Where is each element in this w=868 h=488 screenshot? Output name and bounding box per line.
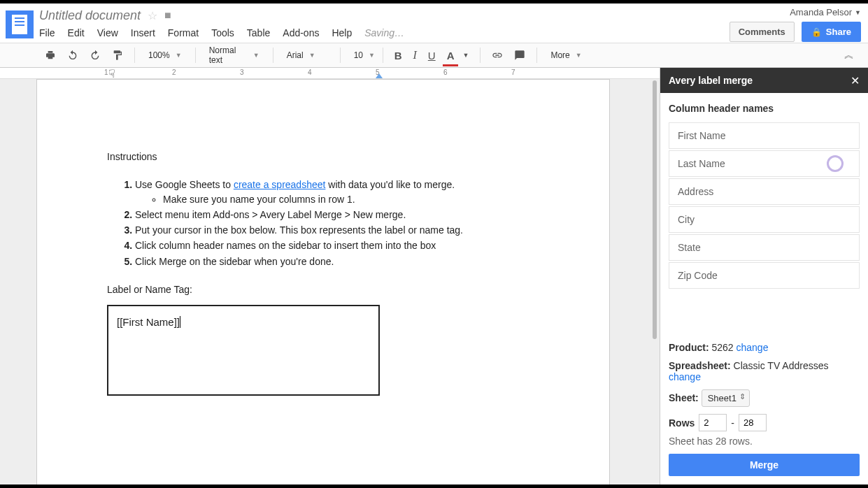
sheet-select[interactable]: Sheet1 [702, 389, 750, 407]
text-color-caret[interactable]: ▼ [458, 49, 473, 62]
product-label: Product: [669, 342, 709, 353]
ruler-tick: 5 [376, 69, 443, 76]
document-page[interactable]: Instructions Use Google Sheets to create… [36, 79, 610, 485]
chevron-down-icon: ▼ [855, 9, 861, 16]
sidebar-title: Avery label merge [669, 75, 753, 86]
ruler-tick: 6 [443, 69, 511, 76]
redo-icon[interactable] [85, 47, 105, 64]
sidebar-footer: Product: 5262 change Spreadsheet: Classi… [660, 335, 868, 485]
instructions-heading: Instructions [107, 150, 539, 164]
ruler-tick: 7 [511, 69, 579, 76]
ruler-tick: 2 [172, 69, 240, 76]
underline-button[interactable]: U [424, 47, 440, 64]
menu-table[interactable]: Table [247, 27, 270, 38]
addon-sidebar: Avery label merge ✕ Column header names … [660, 68, 868, 485]
user-menu[interactable]: Amanda Pelsor ▼ [790, 7, 861, 17]
instruction-step: Select menu item Add-ons > Avery Label M… [135, 208, 539, 222]
sheet-label: Sheet: [669, 392, 699, 403]
column-item-lastname[interactable]: Last Name [669, 150, 860, 177]
menu-tools[interactable]: Tools [211, 27, 234, 38]
ruler-tick: 1 [104, 69, 172, 76]
merge-button[interactable]: Merge [669, 454, 860, 476]
lock-icon: 🔒 [811, 27, 822, 37]
label-content: [[First Name]] [117, 316, 180, 328]
instruction-step: Click column header names on the sidebar… [135, 238, 539, 252]
menu-view[interactable]: View [97, 27, 118, 38]
column-item-zipcode[interactable]: Zip Code [669, 262, 860, 289]
app-header: Untitled document ☆ ■ File Edit View Ins… [0, 3, 868, 43]
column-item-firstname[interactable]: First Name [669, 122, 860, 149]
toolbar: 100%▼ Normal text▼ Arial▼ 10▼ B I U A ▼ … [0, 43, 868, 68]
rows-dash: - [731, 417, 734, 429]
fontsize-dropdown[interactable]: 10▼ [348, 47, 376, 64]
column-headers-title: Column header names [669, 103, 860, 114]
column-item-state[interactable]: State [669, 234, 860, 261]
instruction-substep: Make sure you name your columns in row 1… [163, 192, 539, 206]
rows-from-input[interactable] [699, 414, 727, 431]
user-name-label: Amanda Pelsor [790, 7, 852, 17]
zoom-dropdown[interactable]: 100%▼ [142, 47, 188, 64]
font-dropdown[interactable]: Arial▼ [280, 47, 333, 64]
bold-button[interactable]: B [390, 47, 406, 64]
ruler[interactable]: 1 2 3 4 5 6 7 [0, 68, 660, 79]
instruction-step: Use Google Sheets to create a spreadshee… [135, 178, 539, 206]
print-icon[interactable] [41, 47, 60, 64]
comment-icon[interactable] [510, 47, 529, 64]
label-box-caption: Label or Name Tag: [107, 282, 539, 296]
comments-button[interactable]: Comments [730, 22, 795, 42]
docs-logo[interactable] [6, 10, 34, 38]
menu-edit[interactable]: Edit [68, 27, 85, 38]
share-label: Share [826, 27, 851, 37]
document-area: 1 2 3 4 5 6 7 Instructions Use Google Sh… [0, 68, 660, 485]
collapse-toolbar-icon[interactable]: ︽ [844, 49, 854, 62]
spreadsheet-value: Classic TV Addresses [734, 360, 829, 371]
undo-icon[interactable] [63, 47, 83, 64]
paint-format-icon[interactable] [108, 47, 127, 64]
spreadsheet-change-link[interactable]: change [669, 371, 701, 382]
rows-to-input[interactable] [739, 414, 767, 431]
instruction-step: Put your cursor in the box below. This b… [135, 223, 539, 237]
menu-insert[interactable]: Insert [131, 27, 155, 38]
scrollbar[interactable] [653, 80, 657, 339]
sidebar-header: Avery label merge ✕ [660, 68, 868, 93]
menu-format[interactable]: Format [168, 27, 199, 38]
star-icon[interactable]: ☆ [148, 9, 157, 22]
rowcount-text: Sheet has 28 rows. [669, 436, 860, 447]
product-value: 5262 [711, 342, 733, 353]
rows-label: Rows [669, 417, 695, 429]
menubar: File Edit View Insert Format Tools Table… [39, 23, 730, 41]
label-box[interactable]: [[First Name]] [107, 305, 380, 396]
menu-file[interactable]: File [39, 27, 55, 38]
menu-help[interactable]: Help [332, 27, 352, 38]
ruler-tick: 3 [240, 69, 308, 76]
italic-button[interactable]: I [408, 46, 420, 64]
menu-addons[interactable]: Add-ons [283, 27, 319, 38]
style-dropdown[interactable]: Normal text▼ [203, 42, 266, 69]
document-title[interactable]: Untitled document [39, 8, 141, 23]
ruler-tick: 4 [308, 69, 376, 76]
share-button[interactable]: 🔒 Share [802, 22, 861, 42]
close-icon[interactable]: ✕ [851, 74, 860, 87]
folder-icon[interactable]: ■ [164, 9, 171, 22]
indent-marker-icon[interactable] [376, 73, 383, 78]
product-change-link[interactable]: change [737, 342, 769, 353]
text-color-button[interactable]: A [443, 47, 459, 64]
more-dropdown[interactable]: More▼ [544, 47, 588, 64]
column-item-address[interactable]: Address [669, 178, 860, 205]
spreadsheet-label: Spreadsheet: [669, 360, 731, 371]
instruction-step: Click Merge on the sidebar when you're d… [135, 254, 539, 268]
save-status: Saving… [364, 27, 404, 38]
column-item-city[interactable]: City [669, 206, 860, 233]
create-spreadsheet-link[interactable]: create a spreadsheet [234, 179, 326, 190]
link-icon[interactable] [488, 47, 507, 64]
